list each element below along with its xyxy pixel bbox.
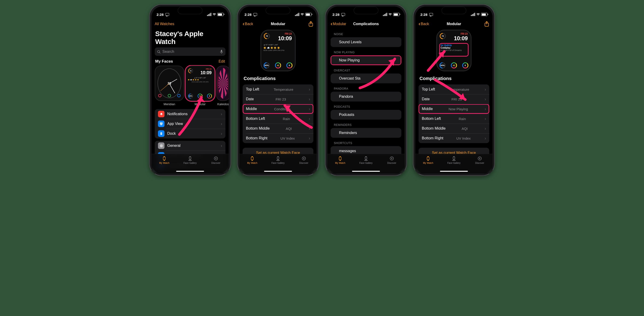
my-faces-header: My Faces: [155, 59, 173, 64]
svg-marker-56: [391, 157, 392, 160]
face-modular[interactable]: 72 FRI 2310:09 ▲72° H:88° L:64° ☀️ ☁️ ☀️…: [186, 66, 215, 106]
complication-row-bottom-middle[interactable]: Bottom MiddleAQI›: [243, 124, 314, 133]
search-placeholder: Search: [162, 50, 218, 54]
svg-point-4: [161, 122, 162, 123]
complication-row-top-left[interactable]: Top LeftTemperature›: [243, 84, 314, 94]
complication-row-bottom-middle[interactable]: Bottom MiddleAQI›: [418, 124, 489, 133]
complication-label: Bottom Right: [246, 136, 267, 140]
screencast-icon: [429, 13, 433, 16]
svg-rect-65: [454, 156, 454, 157]
chevron-right-icon: ›: [309, 136, 310, 141]
svg-point-3: [160, 122, 161, 123]
complication-value: FRI 23: [451, 97, 463, 101]
home-indicator[interactable]: [352, 171, 380, 172]
svg-rect-38: [251, 157, 253, 160]
tab-my-watch[interactable]: My Watch: [154, 156, 175, 164]
search-icon: [157, 50, 160, 54]
tab-face-gallery[interactable]: Face Gallery: [356, 156, 376, 164]
svg-rect-40: [252, 160, 253, 160]
svg-point-7: [161, 123, 162, 124]
complication-option-overcast-stats-cut[interactable]: Overcast Sta: [330, 74, 401, 83]
complication-row-bottom-right[interactable]: Bottom RightUV Index›: [418, 133, 489, 143]
complication-option-pandora[interactable]: Pandora: [330, 92, 401, 102]
complication-row-middle[interactable]: MiddleConditions›: [243, 104, 314, 114]
tab-my-watch[interactable]: My Watch: [330, 156, 350, 164]
mic-icon[interactable]: [220, 50, 223, 54]
back-button[interactable]: ‹Modular: [330, 22, 346, 26]
complication-option-sound-levels[interactable]: Sound Levels: [330, 37, 401, 47]
complication-row-bottom-right[interactable]: Bottom RightUV Index›: [243, 133, 314, 143]
tab-discover[interactable]: Discover: [294, 156, 314, 164]
svg-rect-41: [277, 157, 279, 160]
cell-signal-icon: [207, 13, 211, 16]
row-app-view[interactable]: App View›: [155, 119, 226, 129]
wifi-icon: [476, 13, 480, 16]
row-general[interactable]: General›: [155, 141, 226, 150]
svg-rect-66: [454, 160, 454, 160]
complication-value: Temperature: [450, 88, 470, 92]
svg-rect-27: [164, 156, 165, 157]
settings-group-1: Notifications› App View› Dock›: [155, 109, 226, 138]
home-indicator[interactable]: [176, 171, 204, 172]
svg-point-8: [162, 123, 163, 124]
search-field[interactable]: Search: [155, 48, 226, 56]
battery-icon: [481, 13, 488, 16]
svg-rect-42: [278, 156, 279, 157]
group-header: OVERCAST: [327, 65, 404, 74]
chevron-right-icon: ›: [221, 143, 222, 148]
face-meridian[interactable]: 23 Meridian: [155, 66, 184, 106]
complication-row-date[interactable]: DateFRI 23›: [243, 94, 314, 104]
complications-header: Complications: [415, 73, 492, 82]
group-header: SHORTCUTS: [327, 138, 404, 146]
gear-icon: [158, 142, 164, 149]
tab-face-gallery[interactable]: Face Gallery: [444, 156, 464, 164]
home-indicator[interactable]: [264, 171, 292, 172]
edit-button[interactable]: Edit: [218, 59, 225, 64]
complication-option-label: Pandora: [339, 94, 353, 99]
back-all-watches[interactable]: All Watches: [155, 22, 174, 26]
complication-option-label: Now Playing: [339, 58, 360, 62]
svg-rect-64: [453, 157, 454, 160]
tab-discover[interactable]: Discover: [469, 156, 490, 164]
tab-my-watch[interactable]: My Watch: [418, 156, 438, 164]
complication-label: Bottom Middle: [246, 126, 270, 130]
back-button[interactable]: ‹Back: [418, 22, 429, 26]
svg-rect-63: [428, 160, 429, 160]
svg-rect-49: [340, 156, 341, 157]
share-button[interactable]: [484, 21, 489, 27]
group-header: PANDORA: [327, 83, 404, 92]
complication-row-bottom-left[interactable]: Bottom LeftRain›: [418, 114, 489, 124]
share-button[interactable]: [308, 21, 314, 27]
group-header: REMINDERS: [327, 120, 404, 128]
home-indicator[interactable]: [440, 171, 468, 172]
row-notifications[interactable]: Notifications›: [155, 109, 226, 119]
face-kaleidoscope[interactable]: Kaleidos: [216, 66, 229, 106]
tab-discover[interactable]: Discover: [381, 156, 402, 164]
complication-row-date[interactable]: DateFRI 23›: [418, 94, 489, 104]
svg-point-6: [160, 123, 161, 124]
row-dock[interactable]: Dock›: [155, 129, 226, 138]
faces-carousel[interactable]: 23 Meridian 7: [152, 65, 229, 107]
tab-face-gallery[interactable]: Face Gallery: [180, 156, 200, 164]
nav-bar: ‹Back Modular: [415, 19, 492, 29]
complication-option-reminders[interactable]: Reminders: [330, 128, 401, 138]
complication-row-middle[interactable]: MiddleNow Playing›: [418, 104, 489, 114]
svg-rect-32: [188, 160, 192, 160]
watch-face-preview[interactable]: 72 FRI 2310:09 ▲72° H:88° L:64° ☀️ ☁️ ☀️…: [260, 30, 296, 71]
phone-frame-2: 2:28 ‹Back Modular 72 FRI 2310:09 ▲72° H…: [237, 4, 319, 176]
back-button[interactable]: ‹Back: [243, 22, 253, 26]
complication-row-top-left[interactable]: Top LeftTemperature›: [418, 84, 489, 94]
complication-option-podcasts[interactable]: Podcasts: [330, 110, 401, 120]
svg-marker-69: [479, 157, 480, 160]
watch-face-preview[interactable]: 72 FRI 2310:09 ılıı Up&Up Coldplay A Hea…: [436, 30, 471, 71]
tab-discover[interactable]: Discover: [206, 156, 226, 164]
screencast-icon: [341, 13, 345, 16]
svg-rect-12: [161, 133, 162, 133]
complication-option-now-playing[interactable]: Now Playing: [330, 56, 401, 65]
complication-row-bottom-left[interactable]: Bottom LeftRain›: [243, 114, 314, 124]
svg-rect-53: [366, 160, 367, 160]
complication-label: Bottom Middle: [422, 126, 446, 130]
complication-group: Pandora: [330, 92, 401, 102]
tab-face-gallery[interactable]: Face Gallery: [268, 156, 288, 164]
tab-my-watch[interactable]: My Watch: [242, 156, 263, 164]
